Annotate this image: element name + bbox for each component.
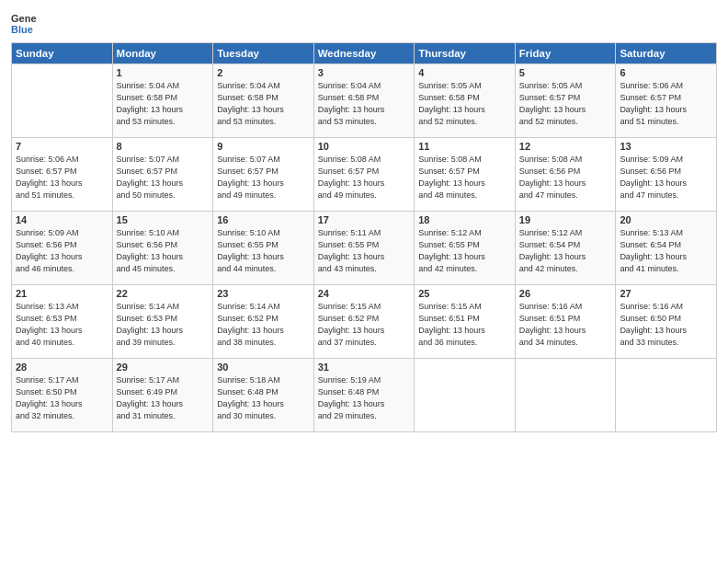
day-info: Sunrise: 5:10 AM Sunset: 6:56 PM Dayligh… bbox=[117, 227, 210, 275]
day-info: Sunrise: 5:15 AM Sunset: 6:52 PM Dayligh… bbox=[318, 301, 411, 349]
calendar-cell: 15Sunrise: 5:10 AM Sunset: 6:56 PM Dayli… bbox=[112, 212, 213, 285]
header-tuesday: Tuesday bbox=[213, 43, 314, 64]
calendar-cell: 21Sunrise: 5:13 AM Sunset: 6:53 PM Dayli… bbox=[12, 285, 113, 359]
day-number: 22 bbox=[117, 288, 210, 299]
day-info: Sunrise: 5:07 AM Sunset: 6:57 PM Dayligh… bbox=[117, 154, 210, 201]
day-info: Sunrise: 5:09 AM Sunset: 6:56 PM Dayligh… bbox=[16, 227, 108, 275]
calendar-container: General Blue SundayMondayTuesdayWednesda… bbox=[0, 0, 728, 563]
day-info: Sunrise: 5:08 AM Sunset: 6:56 PM Dayligh… bbox=[519, 154, 612, 201]
day-number: 2 bbox=[217, 67, 310, 78]
day-info: Sunrise: 5:14 AM Sunset: 6:52 PM Dayligh… bbox=[217, 301, 310, 349]
day-number: 5 bbox=[519, 67, 612, 78]
day-number: 12 bbox=[519, 141, 612, 152]
calendar-cell: 24Sunrise: 5:15 AM Sunset: 6:52 PM Dayli… bbox=[313, 285, 415, 359]
calendar-cell: 31Sunrise: 5:19 AM Sunset: 6:48 PM Dayli… bbox=[313, 359, 415, 432]
calendar-cell: 6Sunrise: 5:06 AM Sunset: 6:57 PM Daylig… bbox=[616, 64, 717, 138]
day-info: Sunrise: 5:07 AM Sunset: 6:57 PM Dayligh… bbox=[217, 154, 310, 201]
week-row-4: 28Sunrise: 5:17 AM Sunset: 6:50 PM Dayli… bbox=[12, 359, 717, 432]
day-info: Sunrise: 5:12 AM Sunset: 6:55 PM Dayligh… bbox=[418, 227, 511, 275]
day-info: Sunrise: 5:10 AM Sunset: 6:55 PM Dayligh… bbox=[217, 227, 310, 275]
header-sunday: Sunday bbox=[12, 43, 113, 64]
day-info: Sunrise: 5:13 AM Sunset: 6:53 PM Dayligh… bbox=[16, 301, 108, 349]
header-thursday: Thursday bbox=[415, 43, 516, 64]
day-info: Sunrise: 5:08 AM Sunset: 6:57 PM Dayligh… bbox=[318, 154, 411, 201]
calendar-cell: 2Sunrise: 5:04 AM Sunset: 6:58 PM Daylig… bbox=[213, 64, 314, 138]
day-info: Sunrise: 5:05 AM Sunset: 6:58 PM Dayligh… bbox=[418, 80, 511, 128]
day-number: 17 bbox=[318, 214, 411, 225]
week-row-3: 21Sunrise: 5:13 AM Sunset: 6:53 PM Dayli… bbox=[12, 285, 717, 359]
day-number: 11 bbox=[418, 141, 511, 152]
day-number: 3 bbox=[318, 67, 411, 78]
day-number: 15 bbox=[117, 214, 210, 225]
header-wednesday: Wednesday bbox=[313, 43, 415, 64]
day-info: Sunrise: 5:05 AM Sunset: 6:57 PM Dayligh… bbox=[519, 80, 612, 128]
calendar-cell: 19Sunrise: 5:12 AM Sunset: 6:54 PM Dayli… bbox=[515, 212, 616, 285]
calendar-cell: 1Sunrise: 5:04 AM Sunset: 6:58 PM Daylig… bbox=[112, 64, 213, 138]
day-number: 4 bbox=[418, 67, 511, 78]
day-number: 25 bbox=[418, 288, 511, 299]
calendar-cell: 4Sunrise: 5:05 AM Sunset: 6:58 PM Daylig… bbox=[415, 64, 516, 138]
calendar-cell: 23Sunrise: 5:14 AM Sunset: 6:52 PM Dayli… bbox=[213, 285, 314, 359]
day-info: Sunrise: 5:11 AM Sunset: 6:55 PM Dayligh… bbox=[318, 227, 411, 275]
day-info: Sunrise: 5:06 AM Sunset: 6:57 PM Dayligh… bbox=[620, 80, 712, 128]
day-number: 9 bbox=[217, 141, 310, 152]
day-number: 6 bbox=[620, 67, 712, 78]
calendar-cell: 26Sunrise: 5:16 AM Sunset: 6:51 PM Dayli… bbox=[515, 285, 616, 359]
day-info: Sunrise: 5:17 AM Sunset: 6:50 PM Dayligh… bbox=[16, 374, 108, 422]
svg-text:Blue: Blue bbox=[11, 24, 33, 35]
calendar-cell: 7Sunrise: 5:06 AM Sunset: 6:57 PM Daylig… bbox=[12, 138, 113, 212]
day-info: Sunrise: 5:04 AM Sunset: 6:58 PM Dayligh… bbox=[117, 80, 210, 128]
calendar-cell: 28Sunrise: 5:17 AM Sunset: 6:50 PM Dayli… bbox=[12, 359, 113, 432]
calendar-cell: 30Sunrise: 5:18 AM Sunset: 6:48 PM Dayli… bbox=[213, 359, 314, 432]
day-number: 19 bbox=[519, 214, 612, 225]
calendar-cell: 12Sunrise: 5:08 AM Sunset: 6:56 PM Dayli… bbox=[515, 138, 616, 212]
header-monday: Monday bbox=[112, 43, 213, 64]
calendar-cell bbox=[515, 359, 616, 432]
header-saturday: Saturday bbox=[616, 43, 717, 64]
calendar-cell: 17Sunrise: 5:11 AM Sunset: 6:55 PM Dayli… bbox=[313, 212, 415, 285]
calendar-cell: 20Sunrise: 5:13 AM Sunset: 6:54 PM Dayli… bbox=[616, 212, 717, 285]
day-number: 20 bbox=[620, 214, 712, 225]
calendar-cell: 25Sunrise: 5:15 AM Sunset: 6:51 PM Dayli… bbox=[415, 285, 516, 359]
day-number: 8 bbox=[117, 141, 210, 152]
day-info: Sunrise: 5:16 AM Sunset: 6:50 PM Dayligh… bbox=[620, 301, 712, 349]
calendar-cell: 5Sunrise: 5:05 AM Sunset: 6:57 PM Daylig… bbox=[515, 64, 616, 138]
logo: General Blue bbox=[11, 9, 40, 35]
calendar-cell bbox=[415, 359, 516, 432]
day-number: 1 bbox=[117, 67, 210, 78]
day-info: Sunrise: 5:18 AM Sunset: 6:48 PM Dayligh… bbox=[217, 374, 310, 422]
day-info: Sunrise: 5:13 AM Sunset: 6:54 PM Dayligh… bbox=[620, 227, 712, 275]
day-number: 13 bbox=[620, 141, 712, 152]
calendar-cell: 9Sunrise: 5:07 AM Sunset: 6:57 PM Daylig… bbox=[213, 138, 314, 212]
calendar-cell: 18Sunrise: 5:12 AM Sunset: 6:55 PM Dayli… bbox=[415, 212, 516, 285]
day-info: Sunrise: 5:04 AM Sunset: 6:58 PM Dayligh… bbox=[318, 80, 411, 128]
day-number: 23 bbox=[217, 288, 310, 299]
day-number: 14 bbox=[16, 214, 108, 225]
day-info: Sunrise: 5:12 AM Sunset: 6:54 PM Dayligh… bbox=[519, 227, 612, 275]
header-friday: Friday bbox=[515, 43, 616, 64]
day-number: 27 bbox=[620, 288, 712, 299]
calendar-cell: 29Sunrise: 5:17 AM Sunset: 6:49 PM Dayli… bbox=[112, 359, 213, 432]
calendar-cell bbox=[616, 359, 717, 432]
day-number: 30 bbox=[217, 362, 310, 373]
day-number: 16 bbox=[217, 214, 310, 225]
day-number: 24 bbox=[318, 288, 411, 299]
day-number: 10 bbox=[318, 141, 411, 152]
calendar-cell: 10Sunrise: 5:08 AM Sunset: 6:57 PM Dayli… bbox=[313, 138, 415, 212]
calendar-cell: 27Sunrise: 5:16 AM Sunset: 6:50 PM Dayli… bbox=[616, 285, 717, 359]
day-info: Sunrise: 5:17 AM Sunset: 6:49 PM Dayligh… bbox=[117, 374, 210, 422]
day-number: 29 bbox=[117, 362, 210, 373]
calendar-cell: 11Sunrise: 5:08 AM Sunset: 6:57 PM Dayli… bbox=[415, 138, 516, 212]
logo-icon: General Blue bbox=[11, 9, 37, 35]
day-number: 31 bbox=[318, 362, 411, 373]
day-info: Sunrise: 5:14 AM Sunset: 6:53 PM Dayligh… bbox=[117, 301, 210, 349]
calendar-cell bbox=[12, 64, 113, 138]
calendar-cell: 22Sunrise: 5:14 AM Sunset: 6:53 PM Dayli… bbox=[112, 285, 213, 359]
day-number: 26 bbox=[519, 288, 612, 299]
calendar-header-row: SundayMondayTuesdayWednesdayThursdayFrid… bbox=[12, 43, 717, 64]
calendar-cell: 3Sunrise: 5:04 AM Sunset: 6:58 PM Daylig… bbox=[313, 64, 415, 138]
header: General Blue bbox=[11, 9, 717, 35]
day-info: Sunrise: 5:16 AM Sunset: 6:51 PM Dayligh… bbox=[519, 301, 612, 349]
week-row-2: 14Sunrise: 5:09 AM Sunset: 6:56 PM Dayli… bbox=[12, 212, 717, 285]
day-number: 7 bbox=[16, 141, 108, 152]
